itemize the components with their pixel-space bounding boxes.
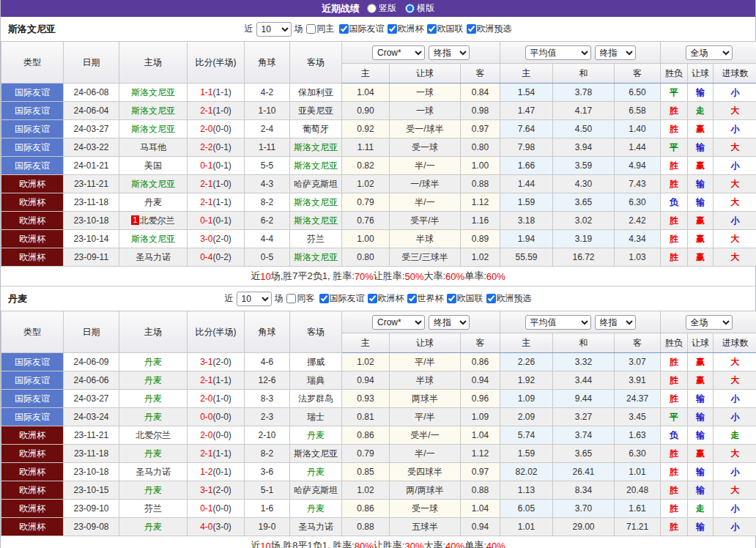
league-filter[interactable]: 欧洲预选 bbox=[467, 23, 512, 35]
corners: 8-3 bbox=[245, 390, 290, 408]
match-row: 欧洲杯23-10-14斯洛文尼亚3-0(2-0)4-4芬兰1.00半球0.891… bbox=[1, 230, 756, 248]
home-team: 丹麦 bbox=[119, 193, 188, 212]
matches-tbody: 国际友谊24-06-08斯洛文尼亚1-1(1-1)4-2保加利亚1.04一球0.… bbox=[1, 84, 756, 267]
handicap-result: 赢 bbox=[688, 353, 714, 371]
avg-home: 1.44 bbox=[500, 175, 553, 193]
summary-text: 70% bbox=[355, 271, 374, 282]
bookmaker-time-select[interactable]: 终指 bbox=[429, 315, 470, 330]
layout-vertical-radio[interactable] bbox=[367, 4, 377, 13]
away-team-name: 斯洛文尼亚 bbox=[294, 142, 338, 152]
handicap: 两/两球半 bbox=[390, 481, 461, 500]
away-team-name: 斯洛文尼亚 bbox=[294, 252, 338, 262]
league-filter[interactable]: 国际友谊 bbox=[339, 23, 385, 35]
scope-select[interactable]: 全场 bbox=[686, 315, 733, 330]
home-team-name: 丹麦 bbox=[144, 522, 162, 532]
col-avg-home-header: 主 bbox=[500, 64, 553, 84]
handicap: 五球半 bbox=[390, 518, 461, 536]
league-checkbox[interactable] bbox=[447, 294, 456, 303]
average-select[interactable]: 平均值 bbox=[525, 45, 591, 60]
league-checkbox[interactable] bbox=[339, 24, 349, 34]
summary-text: 60% bbox=[486, 271, 505, 282]
recent-count-select[interactable]: 10 bbox=[256, 22, 292, 37]
score: 0-0(0-0) bbox=[188, 408, 245, 426]
away-team: 丹麦 bbox=[290, 463, 342, 481]
same-venue-filter[interactable]: 同主 bbox=[306, 23, 335, 35]
match-date: 24-03-27 bbox=[64, 390, 119, 408]
col-avg-draw-header: 和 bbox=[553, 64, 615, 84]
goals: 大 bbox=[714, 230, 756, 248]
league-checkbox[interactable] bbox=[486, 294, 496, 303]
average-time-select[interactable]: 终指 bbox=[595, 45, 636, 60]
league-checkbox[interactable] bbox=[427, 24, 437, 34]
bookmaker-select[interactable]: Crow* bbox=[372, 45, 425, 60]
recent-results-panel: 近期战绩 竖版 横版 斯洛文尼亚 近 10 场 同主 国际 bbox=[0, 0, 756, 548]
league-filter[interactable]: 世界杯 bbox=[407, 292, 444, 305]
avg-home: 1.59 bbox=[500, 193, 553, 212]
away-team: 斯洛文尼亚 bbox=[290, 212, 342, 230]
col-home-header: 主场 bbox=[119, 42, 188, 84]
corners: 2-4 bbox=[245, 120, 290, 138]
odds-away: 0.97 bbox=[461, 120, 500, 138]
league-checkbox[interactable] bbox=[319, 294, 329, 303]
bookmaker-time-select[interactable]: 终指 bbox=[429, 45, 470, 60]
average-time-select[interactable]: 终指 bbox=[595, 315, 636, 330]
handicap-result: 赢 bbox=[688, 248, 714, 267]
bookmaker-select[interactable]: Crow* bbox=[372, 315, 425, 330]
league-filter[interactable]: 欧洲杯 bbox=[368, 292, 404, 305]
league-checkbox[interactable] bbox=[467, 24, 476, 34]
handicap-result: 输 bbox=[688, 518, 714, 536]
goals: 小 bbox=[714, 500, 756, 518]
col-home-header: 主场 bbox=[119, 311, 188, 353]
summary-text: 近 bbox=[251, 270, 260, 283]
match-date: 23-11-18 bbox=[64, 193, 119, 212]
corners: 6-2 bbox=[245, 212, 290, 230]
scope-select[interactable]: 全场 bbox=[686, 45, 733, 60]
summary-text: 40% bbox=[486, 541, 505, 548]
layout-horizontal-option[interactable]: 横版 bbox=[405, 2, 434, 15]
odds-home: 0.80 bbox=[342, 248, 390, 267]
col-date-header: 日期 bbox=[64, 311, 119, 353]
away-team-name: 哈萨克斯坦 bbox=[294, 485, 338, 495]
home-team: 丹麦 bbox=[119, 481, 188, 500]
recent-count-select[interactable]: 10 bbox=[237, 292, 272, 306]
home-team: 丹麦 bbox=[119, 353, 188, 371]
handicap: 一球 bbox=[390, 102, 461, 120]
avg-home: 2.09 bbox=[500, 408, 553, 426]
same-venue-checkbox[interactable] bbox=[286, 294, 296, 303]
league-badge: 国际友谊 bbox=[1, 84, 64, 102]
handicap-result: 走 bbox=[688, 102, 714, 120]
games-label: 场 bbox=[275, 292, 284, 305]
col-handicap-result-header: 让球 bbox=[688, 333, 714, 353]
same-venue-filter[interactable]: 同客 bbox=[286, 292, 315, 305]
same-venue-checkbox[interactable] bbox=[306, 24, 316, 34]
layout-vertical-option[interactable]: 竖版 bbox=[367, 2, 396, 15]
avg-draw: 3.44 bbox=[553, 371, 615, 390]
matches-tbody: 国际友谊24-06-09丹麦3-1(2-0)4-6挪威1.02平/半0.862.… bbox=[1, 353, 756, 536]
halftime-score: (3-0) bbox=[213, 522, 231, 532]
average-select[interactable]: 平均值 bbox=[525, 315, 591, 330]
away-team-name: 斯洛文尼亚 bbox=[294, 215, 338, 226]
bookmaker-controls: Crow* 终指 bbox=[342, 311, 500, 333]
league-filter[interactable]: 欧国联 bbox=[447, 292, 483, 305]
league-filter[interactable]: 国际友谊 bbox=[319, 292, 365, 305]
summary-text: 80% bbox=[355, 541, 374, 548]
match-date: 24-03-22 bbox=[64, 138, 119, 157]
league-filter[interactable]: 欧洲预选 bbox=[486, 292, 532, 305]
summary-text: 场,胜7平2负1, 胜率: bbox=[271, 270, 355, 283]
goals: 大 bbox=[714, 102, 756, 120]
layout-horizontal-radio[interactable] bbox=[405, 4, 415, 13]
league-checkbox[interactable] bbox=[407, 294, 417, 303]
league-filter[interactable]: 欧国联 bbox=[427, 23, 464, 35]
league-checkbox[interactable] bbox=[368, 294, 377, 303]
league-filter[interactable]: 欧洲杯 bbox=[388, 23, 424, 35]
away-team-name: 瑞士 bbox=[307, 412, 325, 422]
away-team: 亚美尼亚 bbox=[290, 102, 342, 120]
halftime-score: (1-0) bbox=[213, 105, 231, 116]
corners: 5-5 bbox=[245, 157, 290, 175]
league-checkbox[interactable] bbox=[388, 24, 397, 34]
match-row: 欧洲杯23-10-18圣马力诺1-2(0-1)3-6丹麦0.85受四球半0.97… bbox=[1, 463, 756, 481]
result: 平 bbox=[661, 408, 688, 426]
col-handicap-result-header: 让球 bbox=[688, 64, 714, 84]
avg-away: 3.45 bbox=[615, 408, 661, 426]
away-team: 挪威 bbox=[290, 353, 342, 371]
